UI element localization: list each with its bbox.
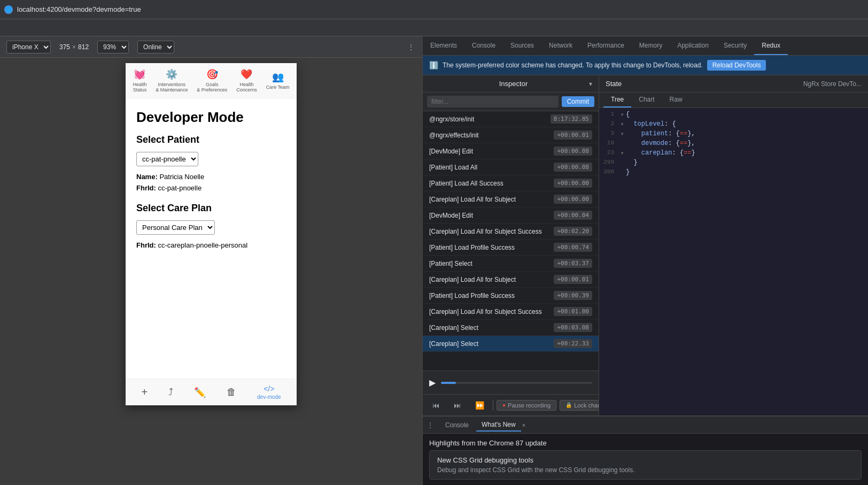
step-next-button[interactable]: ⏩ bbox=[470, 399, 490, 411]
action-item[interactable]: [Patient] Load All +00:00.08 bbox=[423, 159, 599, 175]
tab-console[interactable]: Console bbox=[464, 36, 503, 55]
action-time: +00:03.37 bbox=[554, 259, 592, 268]
browser-bar: 🌐 localhost:4200/devmode?devmode=true bbox=[0, 0, 868, 19]
edit-button[interactable]: ✏️ bbox=[194, 387, 206, 398]
action-item[interactable]: [Patient] Load Profile Success +00:00.39 bbox=[423, 288, 599, 304]
device-panel: iPhone X 375 × 812 93% Online ⋮ 💓 bbox=[0, 36, 422, 485]
info-banner-text: The system-preferred color scheme has ch… bbox=[443, 61, 703, 69]
name-value: Patricia Noelle bbox=[159, 173, 204, 181]
navigate-icon: ⤴ bbox=[168, 387, 173, 398]
code-line-23: 23 ▾ careplan: {==} bbox=[599, 149, 868, 158]
add-button[interactable]: + bbox=[141, 386, 148, 398]
action-item[interactable]: [Patient] Load Profile Success +00:00.74 bbox=[423, 240, 599, 256]
tab-network[interactable]: Network bbox=[541, 36, 580, 55]
action-name: [DevMode] Edit bbox=[429, 212, 473, 219]
edit-icon: ✏️ bbox=[194, 387, 206, 398]
play-button[interactable]: ▶ bbox=[429, 378, 436, 388]
step-forward-button[interactable]: ⏭ bbox=[448, 399, 467, 411]
phone-bottom-toolbar: + ⤴ ✏️ 🗑 </> dev-mode bbox=[126, 379, 297, 405]
tab-whats-new[interactable]: What's New bbox=[476, 419, 521, 432]
url-bar[interactable]: localhost:4200/devmode?devmode=true bbox=[17, 5, 141, 13]
state-tab-tree[interactable]: Tree bbox=[603, 93, 631, 107]
pause-recording-label: Pause recording bbox=[508, 402, 551, 409]
inspector-header: Inspector ▾ bbox=[423, 75, 599, 93]
patient-name-field: Name: Patricia Noelle bbox=[136, 173, 286, 181]
action-item[interactable]: [Careplan] Load All for Subject Success … bbox=[423, 224, 599, 240]
tab-sources[interactable]: Sources bbox=[503, 36, 541, 55]
action-item[interactable]: @ngrx/effects/init +00:00.01 bbox=[423, 127, 599, 143]
toggle-23[interactable]: ▾ bbox=[618, 149, 626, 157]
health-status-icon: 💓 bbox=[134, 68, 145, 80]
network-select[interactable]: Online bbox=[137, 41, 174, 53]
tab-redux[interactable]: Redux bbox=[754, 36, 788, 55]
whats-new-card: New CSS Grid debugging tools Debug and i… bbox=[429, 450, 862, 480]
devtools-state-view: State NgRx Store DevTo... Tree Chart Raw… bbox=[599, 75, 868, 415]
tab-console-bottom[interactable]: Console bbox=[440, 419, 474, 431]
careplan-dropdown[interactable]: Personal Care Plan bbox=[136, 220, 215, 235]
devtools-tabs: Elements Console Sources Network Perform… bbox=[423, 36, 868, 56]
tab-performance[interactable]: Performance bbox=[580, 36, 632, 55]
nav-health-concerns[interactable]: ❤️ HealthConcerns bbox=[236, 68, 257, 93]
action-item[interactable]: [Patient] Load All Success +00:00.00 bbox=[423, 175, 599, 191]
nav-label-interventions: Interventions& Maintenance bbox=[156, 82, 188, 93]
action-item[interactable]: [DevMode] Edit +00:00.04 bbox=[423, 207, 599, 224]
select-careplan-title: Select Care Plan bbox=[136, 203, 286, 214]
action-item[interactable]: [Careplan] Load All for Subject +00:00.0… bbox=[423, 272, 599, 288]
action-time: 8:17:32.85 bbox=[551, 114, 592, 124]
dim-sep: × bbox=[72, 43, 76, 51]
action-item[interactable]: [Careplan] Select +00:03.08 bbox=[423, 320, 599, 336]
nav-label-goals: Goals& Preferences bbox=[197, 82, 227, 93]
goals-icon: 🎯 bbox=[206, 68, 218, 80]
action-item[interactable]: [Patient] Select +00:03.37 bbox=[423, 256, 599, 272]
nav-interventions[interactable]: ⚙️ Interventions& Maintenance bbox=[156, 68, 188, 93]
navigate-button[interactable]: ⤴ bbox=[168, 387, 173, 398]
toggle-2[interactable]: ▾ bbox=[618, 120, 626, 128]
action-name: @ngrx/effects/init bbox=[429, 132, 479, 139]
toggle-1[interactable]: ▾ bbox=[618, 111, 626, 119]
action-item[interactable]: [DevMode] Edit +00:00.08 bbox=[423, 143, 599, 159]
patient-dropdown[interactable]: cc-pat-pnoelle bbox=[136, 152, 198, 166]
reload-devtools-button[interactable]: Reload DevTools bbox=[707, 60, 766, 71]
toggle-3[interactable]: ▾ bbox=[618, 130, 626, 138]
phone-nav: 💓 HealthStatus ⚙️ Interventions& Mainten… bbox=[126, 63, 297, 98]
device-select[interactable]: iPhone X bbox=[6, 41, 51, 53]
bottom-console: ⋮ Console What's New × Highlights from t… bbox=[423, 415, 868, 485]
phone-content: Developer Mode Select Patient cc-pat-pno… bbox=[126, 98, 297, 379]
tab-security[interactable]: Security bbox=[716, 36, 754, 55]
timeline-track[interactable] bbox=[441, 382, 592, 384]
action-item[interactable]: @ngrx/store/init 8:17:32.85 bbox=[423, 111, 599, 127]
playback-bar: ▶ bbox=[423, 371, 599, 394]
close-whats-new-button[interactable]: × bbox=[522, 422, 525, 428]
action-item[interactable]: [Careplan] Load All for Subject +00:00.0… bbox=[423, 191, 599, 207]
nav-health-status[interactable]: 💓 HealthStatus bbox=[133, 68, 146, 93]
step-back-button[interactable]: ⏮ bbox=[427, 399, 445, 411]
pause-recording-button[interactable]: ● Pause recording bbox=[497, 400, 556, 411]
action-name: [Patient] Load Profile Success bbox=[429, 244, 515, 251]
tab-memory[interactable]: Memory bbox=[632, 36, 670, 55]
care-team-icon: 👥 bbox=[272, 71, 284, 83]
devtools-content: Inspector ▾ Commit @ngrx/store/init 8:17… bbox=[423, 75, 868, 415]
tab-elements[interactable]: Elements bbox=[423, 36, 464, 55]
inspector-chevron-icon[interactable]: ▾ bbox=[589, 80, 592, 88]
careplan-fhrid-value: cc-careplan-pnoelle-personal bbox=[158, 241, 247, 249]
zoom-select[interactable]: 93% bbox=[97, 41, 129, 53]
bookmarks-bar bbox=[0, 19, 868, 36]
action-item[interactable]: [Careplan] Select +00:22.33 bbox=[423, 336, 599, 352]
nav-goals[interactable]: 🎯 Goals& Preferences bbox=[197, 68, 227, 93]
state-tab-chart[interactable]: Chart bbox=[631, 93, 662, 107]
action-name: [Careplan] Load All for Subject bbox=[429, 196, 516, 203]
action-time: +00:00.04 bbox=[554, 211, 592, 220]
console-menu-icon[interactable]: ⋮ bbox=[427, 421, 433, 429]
action-time: +00:00.08 bbox=[554, 163, 592, 172]
filter-input[interactable] bbox=[427, 96, 559, 107]
action-name: [Careplan] Load All for Subject Success bbox=[429, 228, 542, 235]
commit-button[interactable]: Commit bbox=[562, 96, 594, 107]
state-tab-raw[interactable]: Raw bbox=[662, 93, 690, 107]
nav-care-team[interactable]: 👥 Care Team bbox=[266, 71, 290, 90]
more-options-button[interactable]: ⋮ bbox=[406, 42, 416, 52]
lock-changes-button[interactable]: 🔒 Lock changes bbox=[560, 400, 599, 411]
devmode-button[interactable]: </> dev-mode bbox=[257, 384, 281, 400]
delete-button[interactable]: 🗑 bbox=[227, 387, 236, 398]
action-item[interactable]: [Careplan] Load All for Subject Success … bbox=[423, 304, 599, 320]
tab-application[interactable]: Application bbox=[670, 36, 716, 55]
